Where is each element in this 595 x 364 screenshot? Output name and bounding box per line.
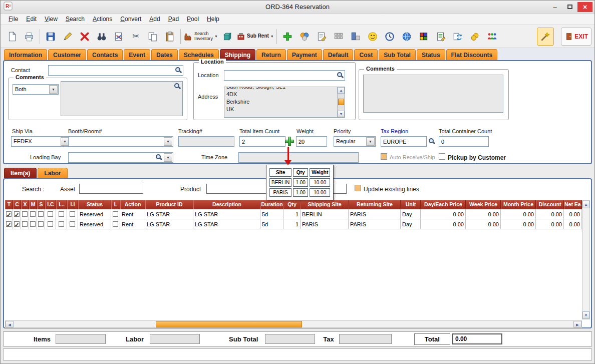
table-cell[interactable]: Rent [120, 219, 145, 229]
location-input[interactable] [224, 70, 345, 81]
inventory-cubes-button[interactable] [415, 28, 432, 46]
row-checkbox[interactable] [6, 211, 12, 217]
copy-button[interactable] [144, 28, 161, 46]
tax-region-input[interactable] [381, 136, 427, 147]
new-document-button[interactable] [4, 28, 21, 46]
tab-sub-total[interactable]: Sub Total [379, 49, 416, 60]
row-checkbox[interactable] [48, 211, 53, 217]
chevron-down-icon[interactable]: ▼ [164, 137, 172, 146]
items-total-input[interactable] [56, 334, 106, 344]
auto-receive-checkbox[interactable] [381, 153, 387, 160]
table-cell[interactable]: PARIS [349, 209, 401, 219]
tracking-input[interactable] [178, 136, 234, 147]
menu-convert[interactable]: Convert [116, 14, 145, 24]
comments-right-textarea[interactable] [363, 75, 503, 113]
chevron-down-icon[interactable]: ▼ [214, 35, 218, 38]
search-inventory-button[interactable]: SearchInventory ▼ [183, 28, 218, 46]
search-icon[interactable] [337, 72, 344, 79]
row-checkbox[interactable] [113, 211, 118, 217]
magic-wand-button[interactable] [537, 28, 554, 46]
pickup-by-customer-checkbox[interactable] [439, 153, 445, 160]
tab-flat-discounts[interactable]: Flat Discounts [446, 49, 498, 60]
tab-information[interactable]: Information [4, 49, 47, 60]
total-container-count-input[interactable] [439, 136, 489, 147]
asset-input[interactable] [79, 184, 143, 194]
tax-input[interactable] [339, 334, 392, 344]
add-item-button[interactable] [279, 28, 296, 46]
close-button[interactable]: × [577, 2, 592, 12]
column-header-day-each-price[interactable]: Day/Each Price [421, 200, 466, 209]
scroll-up-button[interactable]: ▲ [582, 201, 589, 208]
menu-pool[interactable]: Pool [183, 14, 203, 24]
column-header-week-price[interactable]: Week Price [466, 200, 501, 209]
table-row[interactable]: ReservedRentLG STARLG STAR5d1BERLINPARIS… [5, 209, 582, 219]
delete-button[interactable] [76, 28, 93, 46]
row-checkbox[interactable] [14, 211, 20, 217]
table-cell[interactable]: BERLIN [301, 209, 349, 219]
table-cell[interactable]: LG STAR [145, 209, 193, 219]
row-checkbox[interactable] [48, 221, 53, 227]
table-cell[interactable]: Day [401, 219, 421, 229]
column-header-net-ea-[interactable]: Net Ea... [564, 200, 582, 209]
tab-return[interactable]: Return [256, 49, 286, 60]
table-cell[interactable]: 0.00 [501, 209, 536, 219]
column-header-status[interactable]: Status [78, 200, 111, 209]
column-header-returning-site[interactable]: Returning Site [349, 200, 401, 209]
add-weight-button[interactable] [284, 136, 294, 146]
search-icon[interactable] [155, 154, 162, 161]
row-checkbox[interactable] [38, 211, 44, 217]
row-checkbox[interactable] [30, 211, 36, 217]
menu-search[interactable]: Search [62, 14, 89, 24]
chevron-down-icon[interactable]: ▼ [49, 85, 58, 94]
search-icon[interactable] [175, 67, 182, 74]
row-checkbox[interactable] [30, 221, 36, 227]
table-cell[interactable]: Reserved [78, 219, 111, 229]
column-header-s[interactable]: S [37, 200, 45, 209]
people-button[interactable] [483, 28, 500, 46]
column-header-action[interactable]: Action [120, 200, 145, 209]
customer-smiley-button[interactable] [364, 28, 381, 46]
billing-coins-button[interactable] [466, 28, 483, 46]
row-checkbox[interactable] [70, 221, 75, 227]
group-items-button[interactable] [296, 28, 313, 46]
table-cell[interactable]: 0.00 [421, 219, 466, 229]
ship-via-select[interactable]: FEDEX ▼ [11, 136, 70, 147]
chevron-down-icon[interactable]: ▼ [270, 35, 274, 38]
contact-input[interactable] [48, 65, 183, 76]
column-header-l[interactable]: L [111, 200, 120, 209]
table-cell[interactable]: PARIS [301, 219, 349, 229]
table-cell[interactable]: 0.00 [536, 209, 564, 219]
row-checkbox[interactable] [38, 221, 44, 227]
scroll-right-button[interactable]: ▶ [573, 321, 581, 327]
column-header-m[interactable]: M [29, 200, 37, 209]
site-print-button[interactable] [347, 28, 364, 46]
table-cell[interactable]: 0.00 [501, 219, 536, 229]
tab-cost[interactable]: Cost [354, 49, 378, 60]
scrollbar-thumb[interactable] [338, 99, 344, 105]
update-existing-lines-checkbox[interactable] [355, 185, 361, 191]
address-scrollbar[interactable]: ▲ ▼ [337, 87, 345, 117]
column-header-description[interactable]: Description [193, 200, 260, 209]
column-header-i-i[interactable]: I.I [67, 200, 78, 209]
comments-filter-select[interactable]: Both ▼ [13, 84, 59, 95]
sub-total-input[interactable] [265, 334, 315, 344]
save-button[interactable] [42, 28, 59, 46]
table-cell[interactable]: 5d [260, 219, 283, 229]
menu-help[interactable]: Help [203, 14, 223, 24]
row-checkbox[interactable] [70, 211, 75, 217]
exit-button[interactable]: EXIT [561, 28, 591, 46]
time-zone-input[interactable] [238, 152, 359, 163]
table-cell[interactable]: 5d [260, 209, 283, 219]
table-cell[interactable]: 0.00 [466, 219, 501, 229]
scroll-down-button[interactable]: ▼ [582, 311, 589, 319]
schedule-clock-button[interactable] [381, 28, 398, 46]
menu-pad[interactable]: Pad [164, 14, 183, 24]
row-checkbox[interactable] [22, 221, 28, 227]
table-cell[interactable]: LG STAR [145, 219, 193, 229]
loading-bay-select[interactable]: ▼ [68, 152, 173, 163]
table-cell[interactable]: 0.00 [421, 209, 466, 219]
tab-labor[interactable]: Labor [38, 168, 67, 178]
table-cell[interactable]: Day [401, 209, 421, 219]
cube-view-button[interactable] [218, 28, 235, 46]
table-cell[interactable]: LG STAR [193, 209, 260, 219]
